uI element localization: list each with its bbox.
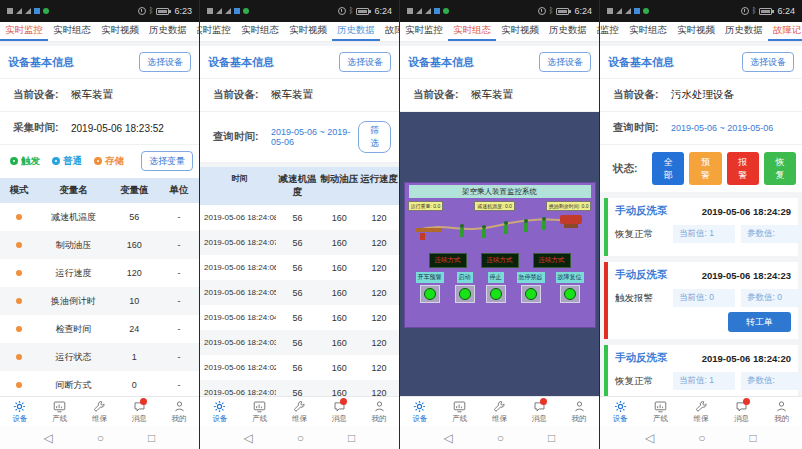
filter-recover-button[interactable]: 恢复 (764, 152, 796, 185)
tab-realtime-monitor[interactable]: 实时监控 (400, 22, 448, 41)
tab-realtime-scada[interactable]: 实时组态 (448, 22, 496, 41)
recents-button[interactable]: □ (348, 432, 355, 444)
nav-production-line[interactable]: 产线 (440, 397, 480, 426)
tab-realtime-video[interactable]: 实时视频 (672, 22, 720, 41)
tab-fault-records[interactable]: 故障记录 (192, 22, 199, 41)
nav-messages[interactable]: 消息 (319, 397, 359, 426)
nav-device[interactable]: 设备 (200, 397, 240, 426)
wrench-icon (695, 400, 708, 413)
tab-fault-records[interactable]: 故障记录 (592, 22, 599, 41)
panel3-content: 设备基本信息 选择设备 当前设备: 猴车装置 架空乘人装置监控系统 运行重量: … (400, 42, 599, 396)
indicator-lamp-button[interactable] (420, 285, 440, 303)
filter-all-button[interactable]: 全部 (652, 152, 684, 185)
table-row: 2019-05-06 18:24:0256160120 (200, 355, 399, 380)
android-nav-bar: ◁ ○ □ (600, 426, 802, 449)
bottom-nav: 设备 产线 维保 消息 我的 (400, 396, 599, 426)
unread-badge (340, 398, 347, 405)
home-button[interactable]: ○ (97, 432, 104, 444)
tab-realtime-scada[interactable]: 实时组态 (236, 22, 284, 41)
indicator-lamp-button[interactable] (486, 285, 506, 303)
trigger-radio-icon (10, 157, 18, 165)
mode-store-radio[interactable]: 存储 (94, 155, 124, 168)
nav-maintenance[interactable]: 维保 (280, 397, 320, 426)
select-device-button[interactable]: 选择设备 (339, 52, 391, 72)
mode-normal-radio[interactable]: 普通 (52, 155, 82, 168)
nav-messages[interactable]: 消息 (119, 397, 159, 426)
back-button[interactable]: ◁ (44, 432, 53, 444)
nav-messages[interactable]: 消息 (721, 397, 761, 426)
device-label: 当前设备: (613, 88, 671, 102)
home-button[interactable]: ○ (698, 432, 705, 444)
tab-realtime-video[interactable]: 实时视频 (284, 22, 332, 41)
select-device-button[interactable]: 选择设备 (742, 52, 794, 72)
nav-maintenance[interactable]: 维保 (80, 397, 120, 426)
recents-button[interactable]: □ (148, 432, 155, 444)
indicator-lamp-button[interactable] (560, 285, 580, 303)
filter-alarm-button[interactable]: 报警 (727, 152, 759, 185)
tab-fault-records[interactable]: 故障记录 (380, 22, 399, 41)
create-work-order-button[interactable]: 转工单 (728, 312, 791, 332)
nav-device[interactable]: 设备 (600, 397, 640, 426)
back-button[interactable]: ◁ (645, 432, 654, 444)
mode-continuous-button[interactable]: 连续方式 (429, 253, 467, 268)
nav-production-line[interactable]: 产线 (640, 397, 680, 426)
tab-history-data[interactable]: 历史数据 (720, 22, 768, 41)
back-button[interactable]: ◁ (444, 432, 453, 444)
back-button[interactable]: ◁ (244, 432, 253, 444)
tab-history-data[interactable]: 历史数据 (144, 22, 192, 41)
nav-profile[interactable]: 我的 (559, 397, 599, 426)
tab-fault-records[interactable]: 故障记录 (768, 22, 802, 41)
mode-continuous-button[interactable]: 连续方式 (481, 253, 519, 268)
select-variable-button[interactable]: 选择变量 (141, 151, 193, 171)
select-device-button[interactable]: 选择设备 (539, 52, 591, 72)
collect-time-value: 2019-05-06 18:23:52 (71, 123, 164, 134)
filter-warning-button[interactable]: 预警 (689, 152, 721, 185)
nav-maintenance[interactable]: 维保 (681, 397, 721, 426)
nav-profile[interactable]: 我的 (159, 397, 199, 426)
indicator-lamp-button[interactable] (521, 285, 541, 303)
green-lamp-icon (564, 288, 576, 300)
tab-realtime-monitor[interactable]: 实时监控 (600, 22, 624, 41)
store-mode-icon (16, 298, 22, 304)
nav-device-label: 设备 (12, 414, 27, 424)
device-info-header: 设备基本信息 选择设备 (400, 46, 599, 79)
indicator-lamp-button[interactable] (455, 285, 475, 303)
tab-realtime-video[interactable]: 实时视频 (96, 22, 144, 41)
variable-table-header: 模式 变量名 变量值 单位 (0, 178, 199, 203)
unread-badge (540, 398, 547, 405)
battery-icon (356, 8, 369, 15)
tab-realtime-monitor[interactable]: 实时监控 (200, 22, 236, 41)
nav-device[interactable]: 设备 (400, 397, 440, 426)
fault-record-recovered: 手动反洗泵 2019-05-06 18:24:20 恢复正常 当前值: 1 参数… (604, 345, 798, 396)
tab-realtime-scada[interactable]: 实时组态 (48, 22, 96, 41)
query-time-value[interactable]: 2019-05-06 ~ 2019-05-06 (271, 127, 358, 147)
nav-messages[interactable]: 消息 (519, 397, 559, 426)
nav-production-line[interactable]: 产线 (40, 397, 80, 426)
recents-button[interactable]: □ (548, 432, 555, 444)
home-button[interactable]: ○ (497, 432, 504, 444)
nav-profile[interactable]: 我的 (762, 397, 802, 426)
nav-profile[interactable]: 我的 (359, 397, 399, 426)
device-label: 当前设备: (13, 88, 71, 102)
nav-messages-label: 消息 (132, 414, 147, 424)
signal-icon (425, 8, 431, 14)
tab-realtime-monitor[interactable]: 实时监控 (0, 22, 48, 41)
recents-button[interactable]: □ (750, 432, 757, 444)
nav-maintenance[interactable]: 维保 (480, 397, 520, 426)
select-device-button[interactable]: 选择设备 (139, 52, 191, 72)
mode-trigger-radio[interactable]: 触发 (10, 155, 40, 168)
nav-production-line[interactable]: 产线 (240, 397, 280, 426)
tab-realtime-video[interactable]: 实时视频 (496, 22, 544, 41)
tab-history-data[interactable]: 历史数据 (332, 22, 380, 41)
filter-button[interactable]: 筛选 (358, 121, 391, 153)
tab-realtime-scada[interactable]: 实时组态 (624, 22, 672, 41)
nav-maintenance-label: 维保 (694, 414, 709, 424)
col-run-speed: 运行速度 (359, 173, 399, 199)
query-time-value[interactable]: 2019-05-06 ~ 2019-05-06 (671, 123, 773, 133)
mode-continuous-button[interactable]: 连续方式 (533, 253, 571, 268)
card-title: 设备基本信息 (408, 55, 474, 70)
tab-history-data[interactable]: 历史数据 (544, 22, 592, 41)
home-button[interactable]: ○ (297, 432, 304, 444)
nav-device[interactable]: 设备 (0, 397, 40, 426)
card-title: 设备基本信息 (208, 55, 274, 70)
